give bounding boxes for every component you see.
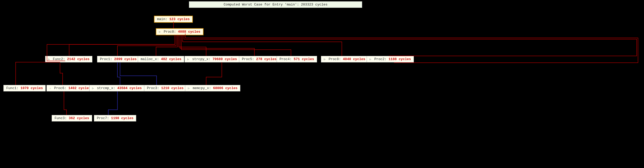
node-proc7[interactable]: Proc7: 1198 cycles <box>94 115 136 121</box>
expand-proc0[interactable]: ▷ <box>159 30 161 33</box>
node-proc6[interactable]: ☆ Proc6: 1402 cycles <box>46 85 94 91</box>
node-main[interactable]: main: 123 cycles <box>154 16 193 23</box>
expand-proc8[interactable]: ▷ <box>324 58 326 61</box>
node-proc0-cycles: 4088 cycles <box>178 30 200 34</box>
node-proc8-label: Proc8: <box>329 57 343 61</box>
node-strcmp-x-label: strcmp_x: <box>97 86 117 90</box>
node-proc2[interactable]: ▷ Proc2: 1188 cycles <box>367 56 414 62</box>
node-malloc-x-label: malloc_x: <box>141 57 161 61</box>
node-func2-cycles: 2142 cycles <box>67 57 90 61</box>
node-func3-cycles: 362 cycles <box>69 116 89 120</box>
expand-memcpy-x[interactable]: ▷ <box>188 87 190 90</box>
node-proc7-label: Proc7: <box>97 116 111 120</box>
node-proc8[interactable]: ▷ Proc8: 4040 cycles <box>321 56 368 62</box>
node-proc1-cycles: 2899 cycles <box>114 57 137 61</box>
node-proc0-label: Proc0: <box>164 30 178 34</box>
node-proc5-cycles: 278 cycles <box>256 57 277 61</box>
node-strcpy-x-cycles: 70680 cycles <box>212 57 237 61</box>
node-memcpy-x[interactable]: ▷ memcpy_x: 68006 cycles <box>185 85 240 91</box>
node-proc2-cycles: 1188 cycles <box>389 57 411 61</box>
node-func3-label: Func3: <box>55 116 69 120</box>
node-func2-label: Func2: <box>53 57 67 61</box>
node-memcpy-x-label: memcpy_x: <box>193 86 213 90</box>
title-box: Computed Worst Case for Entry 'main': 20… <box>189 1 362 8</box>
node-main-cycles: 123 cycles <box>169 17 190 21</box>
node-proc1[interactable]: Proc1: 2899 cycles <box>97 56 139 62</box>
node-proc6-label: Proc6: <box>54 86 68 90</box>
expand-proc2[interactable]: ▷ <box>369 58 371 61</box>
node-malloc-x-cycles: 482 cycles <box>161 57 181 61</box>
node-malloc-x[interactable]: malloc_x: 482 cycles <box>138 56 184 62</box>
node-func1-label: Func1: <box>6 86 21 90</box>
node-proc2-label: Proc2: <box>374 57 389 61</box>
connection-lines <box>0 0 644 168</box>
node-func3[interactable]: Func3: 362 cycles <box>52 115 92 121</box>
node-main-label: main: <box>157 17 169 21</box>
node-proc5-label: Proc5: <box>242 57 256 61</box>
node-proc4[interactable]: Proc4: 571 cycles <box>277 56 317 62</box>
node-proc0[interactable]: ▷ Proc0: 4088 cycles <box>156 28 204 35</box>
node-proc7-cycles: 1198 cycles <box>111 116 134 120</box>
node-proc3-label: Proc3: <box>147 86 161 90</box>
node-strcpy-x-label: strcpy_x: <box>192 57 212 61</box>
node-strcmp-x[interactable]: ▷ strcmp_x: 43584 cycles <box>89 85 145 91</box>
node-strcmp-x-cycles: 43584 cycles <box>117 86 142 90</box>
node-memcpy-x-cycles: 68006 cycles <box>213 86 237 90</box>
expand-strcmp-x[interactable]: ▷ <box>92 87 94 90</box>
node-strcpy-x[interactable]: ▷ strcpy_x: 70680 cycles <box>184 56 240 62</box>
node-proc1-label: Proc1: <box>100 57 114 61</box>
node-proc4-label: Proc4: <box>279 57 294 61</box>
node-proc6-cycles: 1402 cycles <box>68 86 91 90</box>
node-proc3-cycles: 1210 cycles <box>161 86 184 90</box>
node-proc8-cycles: 4040 cycles <box>343 57 365 61</box>
node-func2[interactable]: ▷ Func2: 2142 cycles <box>45 56 92 62</box>
node-func1[interactable]: Func1: 1070 cycles <box>3 85 46 91</box>
expand-func2[interactable]: ▷ <box>48 58 50 61</box>
node-proc3[interactable]: Proc3: 1210 cycles <box>144 85 186 91</box>
node-func1-cycles: 1070 cycles <box>21 86 43 90</box>
title-text: Computed Worst Case for Entry 'main': 20… <box>224 3 327 7</box>
node-proc4-cycles: 571 cycles <box>294 57 314 61</box>
expand-proc6[interactable]: ☆ <box>49 87 51 90</box>
node-proc5[interactable]: Proc5: 278 cycles <box>239 56 279 62</box>
expand-strcpy-x[interactable]: ▷ <box>187 58 189 61</box>
